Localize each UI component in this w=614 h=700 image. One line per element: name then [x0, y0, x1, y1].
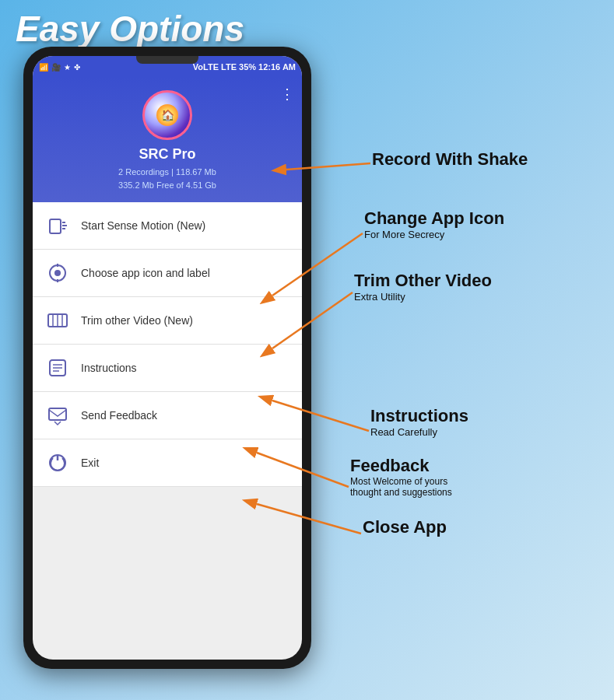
menu-item-sense-motion[interactable]: Start Sense Motion (New): [33, 202, 302, 250]
menu-item-choose-icon[interactable]: Choose app icon and label: [33, 250, 302, 297]
choose-icon-icon: [45, 261, 70, 285]
app-icon-inner: 🏠: [156, 104, 178, 126]
annotation-title-feedback: Feedback: [350, 456, 452, 476]
wifi-icon: 📶: [39, 63, 48, 72]
annotation-text-change-icon: Change App Icon For More Secrecy: [364, 208, 504, 240]
phone-screen: 📶 🎥 ★ ✤ VoLTE LTE 35% 12:16 AM 🏠 SRC Pro…: [33, 56, 302, 660]
annotation-close-app: Close App: [363, 517, 447, 537]
annotation-sub-instructions: Read Carefully: [370, 426, 468, 438]
annotation-instructions: Instructions Read Carefully: [370, 406, 468, 438]
menu-label-choose-icon: Choose app icon and label: [81, 267, 210, 279]
stats-line1: 2 Recordings | 118.67 Mb: [118, 167, 216, 177]
annotation-text-trim-video: Trim Other Video Extra Utility: [354, 271, 492, 303]
annotation-title-instructions: Instructions: [370, 406, 468, 426]
annotation-title-record-shake: Record With Shake: [372, 149, 528, 170]
phone-frame: 📶 🎥 ★ ✤ VoLTE LTE 35% 12:16 AM 🏠 SRC Pro…: [23, 47, 311, 669]
phone-notch: [136, 56, 198, 64]
app-name: SRC Pro: [139, 146, 195, 163]
status-right-info: VoLTE LTE 35% 12:16 AM: [193, 62, 296, 72]
menu-item-trim-video[interactable]: Trim other Video (New): [33, 297, 302, 345]
menu-label-exit: Exit: [81, 457, 99, 469]
trim-video-icon: [45, 308, 70, 333]
app-icon-circle: 🏠: [142, 90, 192, 140]
usb-icon: ✤: [74, 63, 80, 72]
annotation-title-close-app: Close App: [363, 517, 447, 537]
exit-icon: [45, 450, 70, 475]
annotation-sub-feedback: Most Welcome of yours thought and sugges…: [350, 476, 452, 498]
svg-rect-0: [50, 219, 61, 233]
camera-icon: 🎥: [51, 63, 61, 72]
menu-dots-icon[interactable]: ⋮: [280, 86, 294, 103]
menu-label-trim-video: Trim other Video (New): [81, 314, 193, 327]
svg-point-5: [54, 270, 61, 276]
svg-rect-16: [49, 408, 66, 420]
annotation-change-icon: Change App Icon For More Secrecy: [364, 208, 504, 240]
menu-label-feedback: Send Feedback: [81, 409, 157, 422]
status-left-icons: 📶 🎥 ★ ✤: [39, 63, 80, 72]
app-stats: 2 Recordings | 118.67 Mb 335.2 Mb Free o…: [118, 166, 216, 191]
android-icon: ★: [64, 63, 71, 72]
menu-label-sense-motion: Start Sense Motion (New): [81, 219, 205, 232]
sense-motion-icon: [45, 213, 70, 238]
annotation-sub-change-icon: For More Secrecy: [364, 229, 504, 240]
menu-item-exit[interactable]: Exit: [33, 439, 302, 487]
stats-line2: 335.2 Mb Free of 4.51 Gb: [118, 180, 216, 190]
annotation-title-change-icon: Change App Icon: [364, 208, 504, 229]
feedback-icon: [45, 403, 70, 428]
menu-item-instructions[interactable]: Instructions: [33, 345, 302, 392]
annotation-text-record-shake: Record With Shake: [372, 149, 528, 170]
annotation-sub-trim-video: Extra Utility: [354, 291, 492, 303]
menu-label-instructions: Instructions: [81, 362, 137, 374]
annotation-text-instructions: Instructions Read Carefully: [370, 406, 468, 438]
annotation-text-close-app: Close App: [363, 517, 447, 537]
instructions-icon: [45, 355, 70, 380]
annotation-text-feedback: Feedback Most Welcome of yours thought a…: [350, 456, 452, 498]
app-header: 🏠 SRC Pro 2 Recordings | 118.67 Mb 335.2…: [33, 78, 302, 202]
annotation-record-shake: Record With Shake: [372, 149, 528, 170]
page-title: Easy Options: [16, 8, 244, 50]
annotation-trim-video: Trim Other Video Extra Utility: [354, 271, 492, 303]
menu-list: Start Sense Motion (New) Choose app icon…: [33, 202, 302, 487]
volte-indicator: VoLTE LTE 35% 12:16 AM: [193, 62, 296, 72]
menu-item-feedback[interactable]: Send Feedback: [33, 392, 302, 439]
annotation-feedback: Feedback Most Welcome of yours thought a…: [350, 456, 452, 498]
annotation-title-trim-video: Trim Other Video: [354, 271, 492, 291]
